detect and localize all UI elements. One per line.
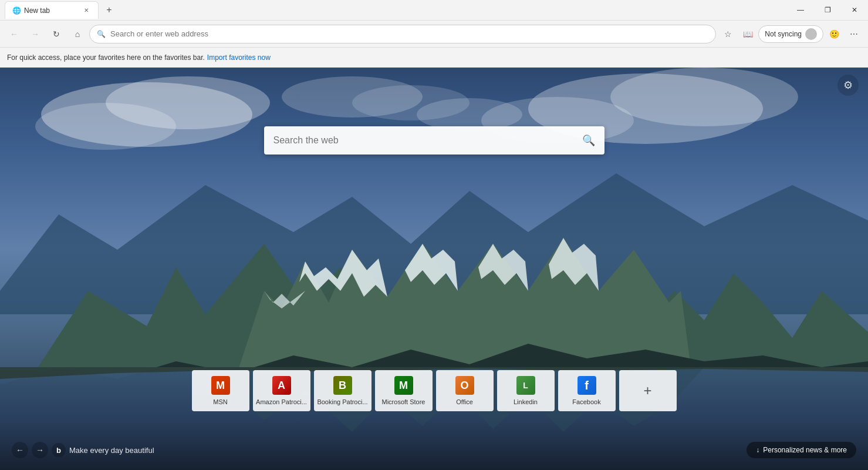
quick-link-linkedin[interactable]: L Linkedin (497, 370, 555, 411)
bg-prev-button[interactable]: ← (12, 442, 28, 458)
address-input[interactable] (110, 29, 708, 38)
svg-point-3 (35, 103, 176, 150)
svg-point-5 (610, 68, 798, 126)
new-tab-button[interactable]: + (101, 2, 117, 18)
ms-store-label: Microsoft Store (382, 398, 425, 405)
bing-icon: b (52, 443, 66, 457)
sync-avatar (805, 28, 817, 40)
office-label: Office (456, 398, 473, 405)
tab-close-button[interactable]: ✕ (82, 6, 91, 15)
linkedin-label: Linkedin (514, 398, 538, 405)
address-search-icon: 🔍 (97, 30, 106, 38)
close-button[interactable]: ✕ (841, 0, 868, 21)
address-bar[interactable]: 🔍 (89, 25, 716, 43)
sync-label: Not syncing (765, 30, 802, 38)
quick-link-amazon[interactable]: A Amazon Patroci... (253, 370, 310, 411)
quick-link-msn[interactable]: M MSN (192, 370, 249, 411)
svg-point-8 (282, 76, 423, 118)
quick-link-facebook[interactable]: f Facebook (558, 370, 616, 411)
import-favorites-link[interactable]: Import favorites now (207, 53, 271, 62)
minimize-button[interactable]: — (787, 0, 814, 21)
search-icon[interactable]: 🔍 (582, 134, 595, 147)
favorites-message: For quick access, place your favorites h… (7, 53, 205, 62)
tagline-text: Make every day beautiful (69, 446, 154, 455)
tab-area: 🌐 New tab ✕ + (0, 0, 787, 20)
bg-tagline: Make every day beautiful (69, 446, 154, 455)
quick-links: M MSN A Amazon Patroci... B Booking Patr… (192, 370, 677, 411)
nav-bar: ← → ↻ ⌂ 🔍 ☆ 📖 Not syncing 🙂 ⋯ (0, 21, 868, 48)
bg-nav-left: ← → b Make every day beautiful (12, 442, 154, 458)
facebook-icon: f (577, 376, 596, 395)
search-box: 🔍 (264, 126, 604, 155)
facebook-label: Facebook (572, 398, 600, 405)
home-button[interactable]: ⌂ (68, 25, 87, 43)
booking-icon: B (333, 376, 352, 395)
svg-text:b: b (56, 446, 61, 455)
search-container: 🔍 (264, 126, 604, 155)
window-controls: — ❐ ✕ (787, 0, 868, 20)
tab-title: New tab (24, 6, 50, 15)
maximize-button[interactable]: ❐ (814, 0, 841, 21)
settings-button[interactable]: ⚙ (837, 75, 859, 96)
menu-button[interactable]: ⋯ (845, 25, 863, 43)
office-icon: O (455, 376, 474, 395)
amazon-label: Amazon Patroci... (256, 398, 307, 405)
main-content: ⚙ 🔍 M MSN A Amazon Patroci... B Booking … (0, 68, 868, 470)
linkedin-icon: L (516, 376, 535, 395)
add-quick-link-button[interactable]: + (619, 370, 677, 411)
forward-button[interactable]: → (26, 25, 45, 43)
right-nav: ☆ 📖 Not syncing 🙂 ⋯ (718, 25, 863, 43)
booking-label: Booking Patroci... (317, 398, 367, 405)
amazon-icon: A (272, 376, 291, 395)
msn-label: MSN (213, 398, 227, 405)
news-icon: ↓ (756, 446, 759, 454)
ms-store-icon: M (394, 376, 413, 395)
active-tab[interactable]: 🌐 New tab ✕ (5, 1, 99, 19)
news-label: Personalized news & more (763, 446, 847, 454)
quick-link-booking[interactable]: B Booking Patroci... (314, 370, 371, 411)
refresh-button[interactable]: ↻ (47, 25, 66, 43)
emoji-button[interactable]: 🙂 (825, 25, 843, 43)
bg-next-button[interactable]: → (32, 442, 48, 458)
tab-favicon: 🌐 (12, 6, 21, 15)
reading-list-button[interactable]: 📖 (738, 25, 757, 43)
favorites-bar: For quick access, place your favorites h… (0, 48, 868, 68)
title-bar: 🌐 New tab ✕ + — ❐ ✕ (0, 0, 868, 21)
quick-link-office[interactable]: O Office (436, 370, 494, 411)
back-button[interactable]: ← (5, 25, 23, 43)
msn-icon: M (211, 376, 230, 395)
favorites-button[interactable]: ☆ (718, 25, 737, 43)
bottom-nav: ← → b Make every day beautiful ↓ Persona… (0, 442, 868, 458)
quick-link-ms-store[interactable]: M Microsoft Store (375, 370, 433, 411)
search-input[interactable] (273, 135, 577, 146)
sync-button[interactable]: Not syncing (758, 25, 823, 43)
news-button[interactable]: ↓ Personalized news & more (747, 442, 856, 458)
